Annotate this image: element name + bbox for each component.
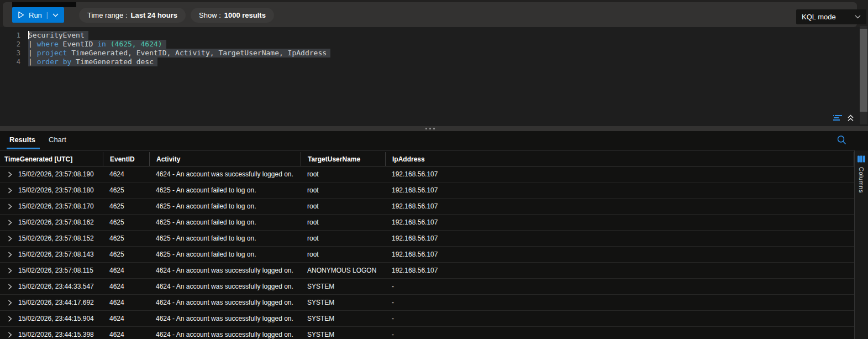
cell-targetusername: SYSTEM (301, 299, 385, 306)
cell-targetusername: root (301, 234, 385, 242)
show-label: Show : (199, 11, 221, 19)
line-content[interactable]: | order by TimeGenerated desc (28, 58, 157, 66)
toolbar-zone: Run | Time range : Last 24 hours Show : … (0, 0, 868, 27)
cell-targetusername: root (301, 186, 385, 194)
line-number: 4 (0, 58, 20, 66)
table-row[interactable]: 15/02/2026, 23:57:08.152 4625 4625 - An … (0, 231, 854, 247)
cell-ipaddress: 192.168.56.107 (385, 218, 854, 226)
query-editor-pane: Run | Time range : Last 24 hours Show : … (0, 0, 868, 126)
editor-scrollbar-thumb[interactable] (860, 29, 867, 112)
cell-timegenerated: 15/02/2026, 23:57:08.162 (0, 218, 103, 226)
cell-ipaddress: 192.168.56.107 (385, 170, 854, 178)
expand-row-icon[interactable] (8, 204, 12, 210)
expand-row-icon[interactable] (8, 236, 12, 242)
table-row[interactable]: 15/02/2026, 23:44:17.692 4624 4624 - An … (0, 295, 854, 311)
table-row[interactable]: 15/02/2026, 23:57:08.162 4625 4625 - An … (0, 215, 854, 231)
header-ipaddress[interactable]: IpAddress (385, 152, 854, 166)
timegenerated-value: 15/02/2026, 23:44:15.398 (18, 331, 94, 338)
cell-activity: 4624 - An account was successfully logge… (149, 283, 301, 290)
header-activity[interactable]: Activity (149, 152, 301, 166)
columns-icon[interactable] (858, 155, 865, 163)
cell-ipaddress: 192.168.56.107 (385, 186, 854, 194)
cell-eventid: 4625 (103, 251, 149, 258)
table-row[interactable]: 15/02/2026, 23:57:08.115 4624 4624 - An … (0, 263, 854, 279)
editor-lines[interactable]: 1 SecurityEvent 2 | where EventID in (46… (0, 31, 330, 66)
cell-ipaddress: 192.168.56.107 (385, 234, 854, 242)
cell-eventid: 4624 (103, 267, 149, 274)
line-content[interactable]: | where EventID in (4625, 4624) (28, 40, 166, 49)
table-body: 15/02/2026, 23:57:08.190 4624 4624 - An … (0, 166, 854, 339)
editor-line[interactable]: 1 SecurityEvent (0, 31, 330, 40)
cell-ipaddress: 192.168.56.107 (385, 202, 854, 210)
tab-results[interactable]: Results (9, 135, 35, 144)
show-value: 1000 results (224, 11, 266, 19)
cell-timegenerated: 15/02/2026, 23:57:08.180 (0, 186, 103, 194)
editor-scrollbar[interactable] (860, 26, 867, 124)
editor-line[interactable]: 2 | where EventID in (4625, 4624) (0, 40, 330, 49)
editor-line[interactable]: 4 | order by TimeGenerated desc (0, 58, 330, 66)
table-row[interactable]: 15/02/2026, 23:57:08.180 4625 4625 - An … (0, 182, 854, 199)
expand-row-icon[interactable] (8, 220, 12, 226)
play-icon (18, 11, 24, 19)
time-range-value: Last 24 hours (131, 11, 178, 19)
expand-row-icon[interactable] (8, 300, 12, 306)
table-row[interactable]: 15/02/2026, 23:44:15.398 4624 4624 - An … (0, 327, 854, 339)
timegenerated-value: 15/02/2026, 23:44:33.547 (18, 283, 94, 290)
kql-mode-dropdown[interactable]: KQL mode (796, 9, 866, 24)
expand-row-icon[interactable] (8, 316, 12, 322)
expand-row-icon[interactable] (8, 268, 12, 274)
cell-timegenerated: 15/02/2026, 23:57:08.143 (0, 251, 103, 258)
table-row[interactable]: 15/02/2026, 23:57:08.190 4624 4624 - An … (0, 166, 854, 182)
expand-row-icon[interactable] (8, 252, 12, 258)
table-row[interactable]: 15/02/2026, 23:44:15.904 4624 4624 - An … (0, 311, 854, 327)
table-row[interactable]: 15/02/2026, 23:44:33.547 4624 4624 - An … (0, 279, 854, 295)
table-row[interactable]: 15/02/2026, 23:57:08.143 4625 4625 - An … (0, 247, 854, 263)
timegenerated-value: 15/02/2026, 23:57:08.180 (18, 186, 94, 194)
line-content[interactable]: | project TimeGenerated, EventID, Activi… (28, 49, 330, 58)
collapse-editor-icon[interactable] (847, 114, 854, 122)
table-row[interactable]: 15/02/2026, 23:57:08.170 4625 4625 - An … (0, 199, 854, 215)
cell-targetusername: SYSTEM (301, 331, 385, 338)
run-button-label: Run (29, 11, 42, 19)
splitter-grip-icon[interactable] (425, 128, 435, 129)
header-eventid[interactable]: EventID (103, 152, 149, 166)
cell-timegenerated: 15/02/2026, 23:57:08.152 (0, 234, 103, 242)
header-targetusername[interactable]: TargetUserName (301, 152, 385, 166)
cell-activity: 4624 - An account was successfully logge… (149, 315, 301, 322)
pane-splitter[interactable] (0, 126, 868, 131)
header-timegenerated[interactable]: TimeGenerated [UTC] (0, 152, 103, 166)
cell-eventid: 4624 (103, 315, 149, 322)
cell-ipaddress: - (385, 283, 854, 290)
tab-chart[interactable]: Chart (49, 135, 66, 144)
timegenerated-value: 15/02/2026, 23:57:08.190 (18, 170, 94, 178)
results-tabs-row: Results Chart (0, 131, 868, 151)
cell-timegenerated: 15/02/2026, 23:57:08.115 (0, 267, 103, 274)
time-range-label: Time range : (87, 11, 128, 19)
time-range-picker[interactable]: Time range : Last 24 hours (79, 8, 186, 23)
cell-targetusername: ANONYMOUS LOGON (301, 267, 385, 274)
cell-timegenerated: 15/02/2026, 23:44:17.692 (0, 299, 103, 306)
cell-activity: 4625 - An account failed to log on. (149, 251, 301, 258)
expand-row-icon[interactable] (8, 332, 12, 338)
editor-line[interactable]: 3 | project TimeGenerated, EventID, Acti… (0, 49, 330, 58)
columns-side-panel: Columns (854, 150, 868, 339)
line-content[interactable]: SecurityEvent (28, 31, 88, 40)
search-icon[interactable] (837, 135, 847, 145)
show-results-picker[interactable]: Show : 1000 results (191, 8, 274, 23)
expand-row-icon[interactable] (8, 171, 12, 178)
cell-targetusername: SYSTEM (301, 283, 385, 290)
expand-row-icon[interactable] (8, 284, 12, 290)
columns-panel-label[interactable]: Columns (858, 167, 865, 193)
expand-row-icon[interactable] (8, 187, 12, 194)
chevron-down-icon[interactable] (52, 13, 59, 17)
cell-targetusername: root (301, 170, 385, 178)
cell-ipaddress: 192.168.56.107 (385, 267, 854, 274)
cell-timegenerated: 15/02/2026, 23:44:33.547 (0, 283, 103, 290)
format-query-icon[interactable] (832, 114, 843, 122)
cell-eventid: 4624 (103, 331, 149, 338)
cell-eventid: 4625 (103, 186, 149, 194)
run-button[interactable]: Run | (12, 7, 64, 23)
toolbar: Run | Time range : Last 24 hours Show : … (3, 2, 857, 27)
cell-targetusername: SYSTEM (301, 315, 385, 322)
cell-timegenerated: 15/02/2026, 23:57:08.190 (0, 170, 103, 178)
